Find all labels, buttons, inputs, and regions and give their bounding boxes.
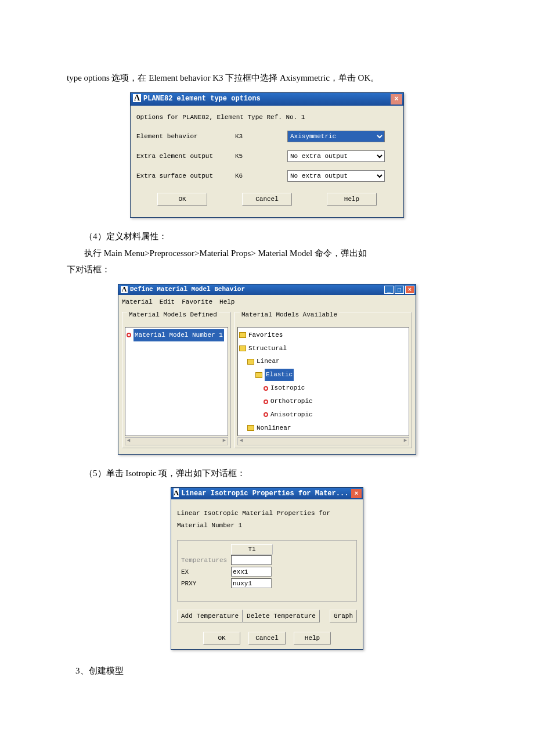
tree-item-orthotropic[interactable]: Orthotropic bbox=[270, 395, 313, 408]
tree-item-structural[interactable]: Structural bbox=[248, 343, 287, 355]
lambda-icon: Λ bbox=[133, 94, 141, 102]
lambda-icon: Λ bbox=[174, 488, 179, 497]
close-icon[interactable]: × bbox=[351, 489, 362, 498]
row-label-ex: EX bbox=[181, 566, 231, 578]
cancel-button[interactable]: Cancel bbox=[242, 193, 292, 206]
node-icon bbox=[127, 333, 131, 337]
close-icon[interactable]: × bbox=[391, 94, 402, 105]
opt-label-k5: Extra element output bbox=[136, 150, 235, 163]
opt-label-k6: Extra surface output bbox=[136, 170, 235, 182]
opt-k-k3: K3 bbox=[235, 131, 287, 143]
dialog-element-type-options: ΛPLANE82 element type options × Options … bbox=[130, 92, 404, 218]
body-text: （4）定义材料属性： bbox=[67, 228, 467, 245]
tree-item-isotropic[interactable]: Isotropic bbox=[270, 382, 305, 394]
panel-defined: Material Models Defined Material Model N… bbox=[122, 312, 231, 448]
input-temperatures[interactable] bbox=[231, 555, 272, 565]
maximize-icon[interactable]: □ bbox=[395, 286, 404, 294]
opt-k-k6: K6 bbox=[235, 170, 287, 182]
list-defined[interactable]: Material Model Number 1 bbox=[125, 327, 228, 436]
node-icon bbox=[264, 399, 268, 404]
folder-icon bbox=[247, 359, 254, 365]
tree-available[interactable]: Favorites Structural Linear Elastic Isot… bbox=[237, 327, 409, 436]
body-text: type options 选项，在 Element behavior K3 下拉… bbox=[67, 70, 467, 87]
menu-bar: Material Edit Favorite Help bbox=[118, 295, 416, 309]
menu-favorite[interactable]: Favorite bbox=[182, 296, 212, 308]
select-k6[interactable]: No extra output bbox=[287, 170, 385, 182]
ok-button[interactable]: OK bbox=[157, 193, 207, 206]
help-button[interactable]: Help bbox=[327, 193, 377, 206]
help-button[interactable]: Help bbox=[294, 632, 331, 645]
dialog-subtitle: Options for PLANE82, Element Type Ref. N… bbox=[136, 109, 398, 127]
tree-item-nonlinear[interactable]: Nonlinear bbox=[257, 422, 291, 434]
cancel-button[interactable]: Cancel bbox=[248, 632, 286, 645]
folder-icon bbox=[247, 425, 254, 431]
body-text: 3、创建模型 bbox=[67, 663, 467, 679]
tree-item-linear[interactable]: Linear bbox=[257, 355, 280, 368]
panel-header: Material Models Available bbox=[240, 311, 339, 318]
dialog-titlebar: ΛPLANE82 element type options × bbox=[131, 93, 403, 106]
add-temperature-button[interactable]: Add Temperature bbox=[177, 610, 243, 622]
tree-item-anisotropic[interactable]: Anisotropic bbox=[270, 409, 313, 421]
opt-k-k5: K5 bbox=[235, 150, 287, 163]
lambda-icon: Λ bbox=[121, 286, 128, 293]
close-icon[interactable]: × bbox=[405, 286, 414, 294]
folder-icon bbox=[255, 372, 262, 378]
select-k5[interactable]: No extra output bbox=[287, 150, 385, 162]
select-k3[interactable]: Axisymmetric bbox=[287, 131, 385, 142]
folder-icon bbox=[239, 332, 246, 338]
input-ex[interactable] bbox=[231, 567, 272, 577]
graph-button[interactable]: Graph bbox=[330, 610, 357, 622]
opt-label-k3: Element behavior bbox=[136, 131, 235, 143]
body-text: （5）单击 Isotropic 项，弹出如下对话框： bbox=[67, 465, 467, 482]
folder-icon bbox=[239, 345, 246, 351]
col-header-t1: T1 bbox=[231, 544, 273, 555]
dialog-titlebar: ΛDefine Material Model Behavior _ □ × bbox=[118, 285, 416, 295]
list-item[interactable]: Material Model Number 1 bbox=[134, 329, 224, 341]
dialog-titlebar: ΛLinear Isotropic Properties for Mater..… bbox=[171, 488, 363, 499]
dialog-linear-isotropic: ΛLinear Isotropic Properties for Mater..… bbox=[171, 487, 363, 650]
dialog-title-text: Linear Isotropic Properties for Mater... bbox=[181, 489, 348, 498]
dialog-title-text: PLANE82 element type options bbox=[143, 95, 261, 103]
tree-item-density[interactable]: Density bbox=[254, 435, 281, 436]
menu-help[interactable]: Help bbox=[219, 296, 234, 308]
body-text: 下对话框： bbox=[67, 261, 467, 278]
body-text: 执行 Main Menu>Preprocessor>Material Props… bbox=[67, 245, 467, 262]
node-icon bbox=[264, 386, 268, 391]
input-prxy[interactable] bbox=[231, 578, 272, 588]
delete-temperature-button[interactable]: Delete Temperature bbox=[243, 610, 320, 622]
row-label-prxy: PRXY bbox=[181, 578, 231, 590]
panel-header: Material Models Defined bbox=[127, 311, 219, 318]
dialog-title-text: Define Material Model Behavior bbox=[130, 283, 245, 296]
tree-item-elastic[interactable]: Elastic bbox=[265, 369, 294, 381]
menu-edit[interactable]: Edit bbox=[160, 296, 175, 308]
property-grid: T1 Temperatures EX PRXY bbox=[177, 540, 357, 602]
dialog-material-model-behavior: ΛDefine Material Model Behavior _ □ × Ma… bbox=[118, 284, 416, 455]
minimize-icon[interactable]: _ bbox=[384, 286, 394, 294]
row-label-temperatures: Temperatures bbox=[181, 555, 231, 567]
panel-available: Material Models Available Favorites Stru… bbox=[234, 312, 412, 448]
dialog-subtitle: Linear Isotropic Material Properties for… bbox=[177, 507, 357, 532]
ok-button[interactable]: OK bbox=[203, 632, 240, 645]
scrollbar[interactable]: ◄► bbox=[125, 437, 228, 445]
scrollbar[interactable]: ◄► bbox=[237, 437, 409, 445]
tree-item-favorites[interactable]: Favorites bbox=[248, 329, 283, 341]
node-icon bbox=[264, 412, 268, 417]
menu-material[interactable]: Material bbox=[122, 296, 153, 308]
